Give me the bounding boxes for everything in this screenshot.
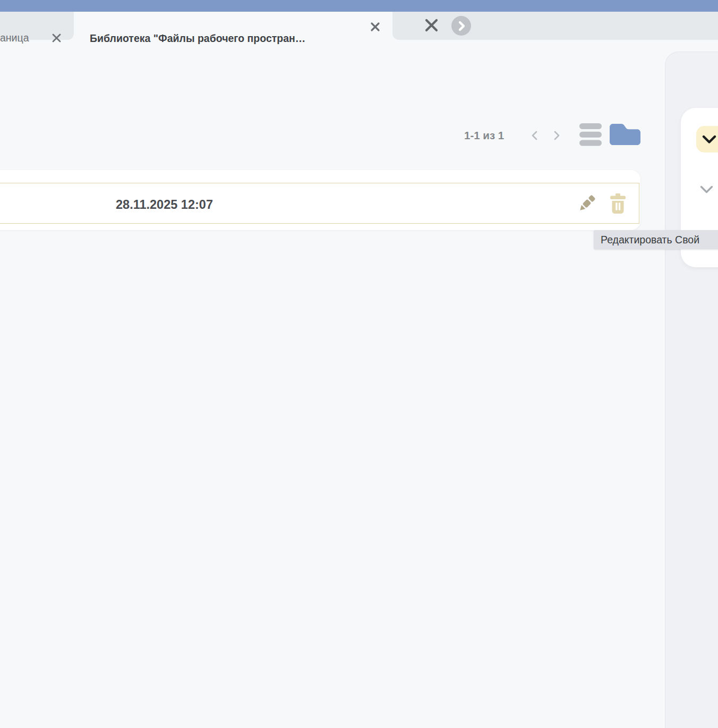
chevron-right-icon (456, 20, 467, 32)
section-collapse-active-button[interactable] (696, 126, 718, 153)
window-top-bar (0, 0, 718, 12)
chevron-down-icon (700, 185, 713, 194)
trash-icon (610, 193, 626, 214)
tab-label: аница (0, 31, 44, 45)
app-window: аница Библиотека "Файлы рабочего простра… (0, 0, 718, 728)
pagination-label: 1-1 из 1 (464, 128, 504, 143)
list-view-icon[interactable] (579, 123, 602, 146)
chevron-down-icon (702, 134, 716, 145)
tab-label: Библиотека "Файлы рабочего простран… (90, 31, 366, 45)
tab-library-files[interactable]: Библиотека "Файлы рабочего простран… (74, 12, 392, 40)
close-icon[interactable] (370, 21, 381, 32)
forward-button[interactable] (451, 16, 471, 36)
close-icon[interactable] (424, 18, 439, 33)
delete-button[interactable] (605, 191, 630, 216)
tab-start-page[interactable]: аница (0, 12, 74, 40)
row-modified-date: 28.11.2025 12:07 (116, 197, 213, 213)
folder-view-icon[interactable] (610, 123, 640, 145)
page-next-button[interactable] (551, 130, 562, 141)
close-icon[interactable] (51, 32, 62, 44)
tooltip: Редактировать Свой (594, 230, 718, 249)
page-prev-button[interactable] (529, 130, 540, 141)
edit-button[interactable] (575, 191, 599, 216)
pencil-icon (577, 193, 597, 214)
table-row[interactable] (0, 183, 639, 224)
section-collapse-button[interactable] (696, 182, 717, 198)
tab-strip-empty-area (392, 12, 718, 40)
